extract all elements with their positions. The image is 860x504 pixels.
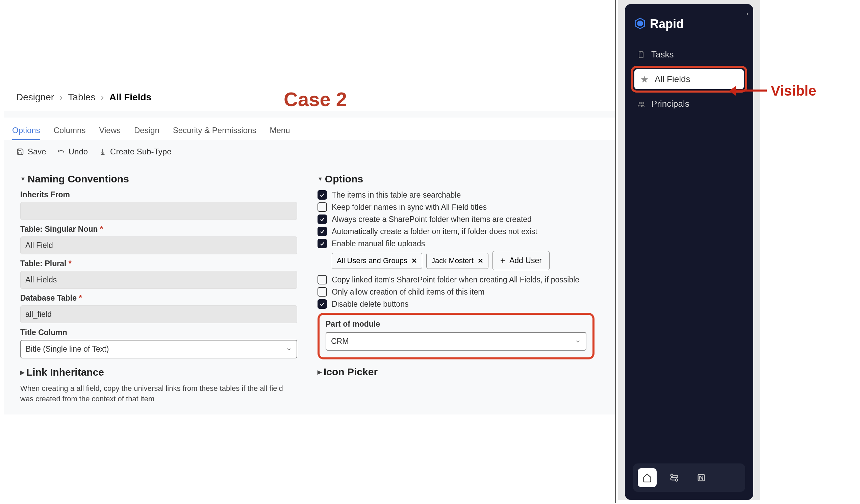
part-of-module-select[interactable]: CRM: [326, 332, 586, 351]
title-column-select[interactable]: Bitle (Single line of Text): [20, 340, 297, 358]
arrow-line: [733, 89, 767, 91]
checkbox[interactable]: [317, 239, 327, 248]
form-columns: ▼ Naming Conventions Inherits From Table…: [4, 163, 615, 415]
chevron-right-icon: ›: [101, 92, 104, 103]
caret-right-icon: ▶: [317, 369, 321, 375]
svg-marker-1: [641, 76, 648, 83]
link-inheritance-header[interactable]: ▶ Link Inheritance: [20, 366, 297, 378]
sidebar-wrap: ‹ Rapid Tasks All Fields: [618, 0, 760, 500]
chevron-down-icon: [575, 339, 581, 345]
title-column-value: Bitle (Single line of Text): [26, 345, 109, 354]
save-button[interactable]: Save: [16, 147, 46, 156]
collapse-icon[interactable]: ‹: [746, 10, 748, 17]
brand-label: Rapid: [650, 17, 684, 31]
checkbox[interactable]: [317, 299, 327, 309]
close-icon[interactable]: ✕: [412, 257, 417, 265]
add-user-button[interactable]: + Add User: [492, 251, 549, 270]
checkbox[interactable]: [317, 215, 327, 224]
checkbox-row: Keep folder names in sync with All Field…: [317, 202, 594, 212]
caret-down-icon: ▼: [20, 176, 26, 182]
naming-conventions-header[interactable]: ▼ Naming Conventions: [20, 173, 297, 185]
inherits-from-input[interactable]: [20, 202, 297, 220]
undo-label: Undo: [69, 147, 88, 156]
star-icon: [641, 75, 649, 84]
part-of-module-value: CRM: [331, 337, 348, 346]
inherits-from-label: Inherits From: [20, 190, 297, 199]
checkbox[interactable]: [317, 275, 327, 285]
naming-conventions-label: Naming Conventions: [28, 173, 129, 185]
save-icon: [16, 148, 24, 156]
breadcrumb-tables[interactable]: Tables: [68, 92, 95, 103]
user-chips-row: All Users and Groups ✕ Jack Mostert ✕ + …: [332, 251, 594, 270]
undo-button[interactable]: Undo: [57, 147, 88, 156]
save-label: Save: [28, 147, 46, 156]
part-of-module-label: Part of module: [326, 319, 586, 329]
tab-security[interactable]: Security & Permissions: [173, 121, 256, 140]
svg-point-5: [676, 479, 678, 481]
tabs-bar: Options Columns Views Design Security & …: [4, 118, 615, 140]
case-annotation: Case 2: [284, 88, 347, 111]
sidebar-item-label: Tasks: [651, 49, 674, 60]
icon-picker-header[interactable]: ▶ Icon Picker: [317, 366, 594, 378]
svg-point-3: [642, 102, 644, 104]
tab-options[interactable]: Options: [12, 121, 40, 140]
breadcrumb-designer[interactable]: Designer: [16, 92, 54, 103]
sidebar-item-tasks[interactable]: Tasks: [631, 45, 747, 64]
visible-annotation: Visible: [767, 83, 816, 99]
plural-label: Table: Plural *: [20, 259, 297, 268]
chip-jack-mostert[interactable]: Jack Mostert ✕: [426, 253, 488, 269]
caret-right-icon: ▶: [20, 369, 24, 376]
home-button[interactable]: [638, 468, 657, 487]
subtype-icon: [99, 148, 107, 156]
right-column: ▼ Options The items in this table are se…: [317, 173, 594, 404]
sidebar-item-label: All Fields: [655, 74, 690, 84]
clipboard-icon: [637, 51, 646, 59]
singular-noun-label: Table: Singular Noun *: [20, 225, 297, 234]
svg-point-2: [639, 102, 641, 104]
db-table-input[interactable]: [20, 305, 297, 323]
chip-all-users[interactable]: All Users and Groups ✕: [332, 253, 422, 269]
sidebar-bottom: [625, 455, 753, 500]
nav-items: Tasks All Fields Principals: [625, 45, 753, 114]
create-subtype-button[interactable]: Create Sub-Type: [99, 147, 171, 156]
sidebar-item-all-fields[interactable]: All Fields: [634, 69, 744, 89]
checkbox[interactable]: [317, 227, 327, 236]
link-inheritance-description: When creating a all field, copy the univ…: [20, 384, 284, 404]
options-section-header[interactable]: ▼ Options: [317, 173, 594, 185]
checkbox-label: The items in this table are searchable: [332, 190, 461, 200]
checkbox-label: Disable delete buttons: [332, 300, 409, 309]
workflow-button[interactable]: [665, 468, 684, 487]
link-inheritance-label: Link Inheritance: [26, 366, 104, 378]
checkbox[interactable]: [317, 287, 327, 297]
breadcrumb-current: All Fields: [110, 92, 151, 103]
divider: [615, 0, 616, 503]
db-table-label: Database Table *: [20, 293, 297, 303]
main-area: Designer › Tables › All Fields Options C…: [0, 0, 615, 504]
plus-icon: +: [500, 255, 505, 266]
sidebar: ‹ Rapid Tasks All Fields: [625, 4, 753, 500]
chevron-right-icon: ›: [59, 92, 62, 103]
singular-noun-input[interactable]: [20, 236, 297, 254]
chip-label: Jack Mostert: [431, 256, 474, 265]
checkbox-label: Copy linked item's SharePoint folder whe…: [332, 275, 579, 285]
options-section-label: Options: [325, 173, 363, 185]
checkbox-row: Always create a SharePoint folder when i…: [317, 215, 594, 224]
sidebar-item-principals[interactable]: Principals: [631, 94, 747, 114]
close-icon[interactable]: ✕: [478, 257, 483, 265]
notion-button[interactable]: [692, 468, 711, 487]
title-column-label: Title Column: [20, 328, 297, 337]
part-of-module-box: Part of module CRM: [317, 313, 594, 359]
tab-design[interactable]: Design: [134, 121, 159, 140]
plural-input[interactable]: [20, 271, 297, 289]
checkbox-row: The items in this table are searchable: [317, 190, 594, 200]
people-icon: [637, 100, 646, 109]
brand: Rapid: [625, 10, 753, 45]
tab-menu[interactable]: Menu: [270, 121, 290, 140]
tab-views[interactable]: Views: [99, 121, 120, 140]
actions-bar: Save Undo Create Sub-Type: [4, 140, 615, 163]
checkbox[interactable]: [317, 202, 327, 212]
checkbox[interactable]: [317, 190, 327, 200]
chevron-down-icon: [286, 346, 292, 352]
tab-columns[interactable]: Columns: [54, 121, 86, 140]
checkbox-label: Only allow creation of child items of th…: [332, 287, 485, 297]
